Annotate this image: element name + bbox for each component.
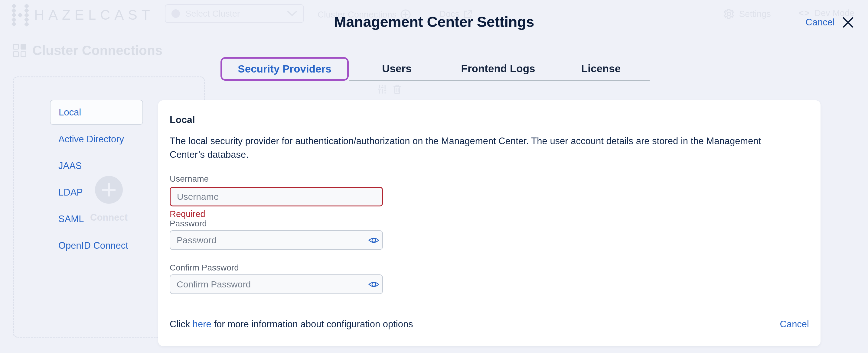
modal-cancel-link[interactable]: Cancel <box>806 17 835 28</box>
management-center-settings-modal: Management Center Settings Cancel Securi… <box>0 0 868 353</box>
provider-heading: Local <box>170 114 195 125</box>
username-input[interactable] <box>170 187 383 206</box>
confirm-password-input[interactable] <box>170 275 383 294</box>
username-error: Required <box>170 209 205 219</box>
eye-icon <box>368 280 380 289</box>
sidebar-item-active-directory[interactable]: Active Directory <box>58 134 124 145</box>
provider-description: The local security provider for authenti… <box>170 134 790 161</box>
modal-header-actions: Cancel <box>806 16 855 29</box>
tab-users[interactable]: Users <box>373 63 421 75</box>
confirm-password-visibility-toggle[interactable] <box>367 278 381 290</box>
password-label: Password <box>170 219 207 228</box>
password-visibility-toggle[interactable] <box>367 234 381 246</box>
footer-text-pre: Click <box>170 319 193 329</box>
modal-title: Management Center Settings <box>0 13 868 30</box>
sidebar-item-ldap[interactable]: LDAP <box>58 187 83 198</box>
footer-here-link[interactable]: here <box>193 319 211 329</box>
confirm-password-label: Confirm Password <box>170 263 239 272</box>
password-input[interactable] <box>170 230 383 250</box>
sidebar-item-jaas[interactable]: JAAS <box>58 160 82 172</box>
footer-info-text: Click here for more information about co… <box>170 319 413 330</box>
sidebar-item-saml[interactable]: SAML <box>58 213 84 225</box>
sidebar-item-openid-connect[interactable]: OpenID Connect <box>58 240 128 252</box>
panel-footer: Click here for more information about co… <box>170 319 809 330</box>
tab-frontend-logs[interactable]: Frontend Logs <box>453 63 544 75</box>
sidebar-item-local[interactable]: Local <box>50 100 143 125</box>
username-label: Username <box>170 174 209 184</box>
tab-security-providers[interactable]: Security Providers <box>220 57 349 81</box>
footer-cancel-link[interactable]: Cancel <box>780 319 809 330</box>
tabs-underline <box>349 80 650 81</box>
provider-form-panel: Local The local security provider for au… <box>158 100 820 346</box>
eye-icon <box>368 236 380 245</box>
close-icon[interactable] <box>841 16 855 29</box>
tab-license[interactable]: License <box>571 63 631 75</box>
footer-divider <box>170 308 809 308</box>
footer-text-post: for more information about configuration… <box>211 319 413 329</box>
